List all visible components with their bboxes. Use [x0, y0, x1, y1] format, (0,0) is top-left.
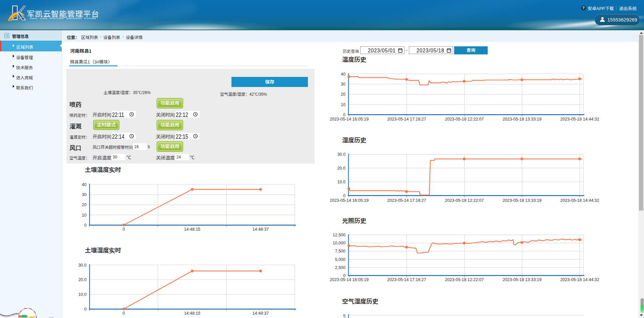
svg-text:5,000: 5,000 — [335, 257, 345, 262]
svg-text:2023-05-18 13:33:19: 2023-05-18 13:33:19 — [502, 198, 541, 203]
svg-text:2023-05-18 14:44:32: 2023-05-18 14:44:32 — [560, 117, 599, 122]
svg-text:0: 0 — [123, 311, 125, 316]
svg-text:10.0: 10.0 — [337, 180, 345, 184]
svg-text:20.0: 20.0 — [78, 277, 87, 282]
svg-text:7,500: 7,500 — [335, 249, 345, 254]
svg-text:20.0: 20.0 — [337, 166, 345, 171]
svg-text:2023-05-14 17:16:27: 2023-05-14 17:16:27 — [387, 117, 426, 122]
svg-text:2023-05-18 12:22:07: 2023-05-18 12:22:07 — [445, 277, 484, 282]
svg-text:2023-05-18 13:33:19: 2023-05-18 13:33:19 — [502, 117, 541, 122]
svg-text:0: 0 — [84, 307, 87, 312]
svg-text:40: 40 — [341, 72, 345, 77]
svg-text:14:48:37: 14:48:37 — [253, 311, 269, 316]
svg-text:40: 40 — [82, 182, 87, 187]
svg-text:10: 10 — [82, 213, 87, 218]
svg-text:2023-05-18 12:22:07: 2023-05-18 12:22:07 — [445, 198, 484, 203]
svg-text:5: 5 — [343, 314, 345, 318]
svg-text:30: 30 — [82, 192, 87, 197]
svg-text:2023-05-18 12:22:07: 2023-05-18 12:22:07 — [445, 117, 484, 122]
svg-text:2,500: 2,500 — [335, 265, 345, 270]
svg-text:0: 0 — [343, 193, 345, 198]
svg-text:30.0: 30.0 — [337, 152, 345, 157]
svg-text:14:48:15: 14:48:15 — [184, 227, 201, 232]
svg-text:2023-05-14 17:16:27: 2023-05-14 17:16:27 — [387, 277, 426, 282]
svg-text:0: 0 — [84, 223, 87, 228]
svg-text:10.0: 10.0 — [78, 292, 87, 297]
svg-text:10,000: 10,000 — [333, 241, 345, 245]
svg-text:2023-05-18 14:44:32: 2023-05-18 14:44:32 — [560, 198, 599, 203]
svg-text:2023-05-18 14:44:32: 2023-05-18 14:44:32 — [560, 277, 599, 282]
svg-text:14:48:37: 14:48:37 — [253, 227, 269, 232]
svg-text:2023-05-14 16:05:19: 2023-05-14 16:05:19 — [330, 198, 369, 203]
svg-text:2023-05-14 16:05:19: 2023-05-14 16:05:19 — [330, 117, 369, 122]
svg-text:14:48:15: 14:48:15 — [184, 311, 201, 316]
svg-text:0: 0 — [123, 227, 125, 232]
svg-text:30.0: 30.0 — [78, 263, 87, 268]
svg-text:10: 10 — [341, 102, 345, 107]
svg-text:12,500: 12,500 — [333, 233, 345, 237]
svg-text:2023-05-14 16:05:19: 2023-05-14 16:05:19 — [330, 277, 369, 282]
svg-text:2023-05-14 17:16:27: 2023-05-14 17:16:27 — [387, 198, 426, 203]
svg-text:2023-05-18 13:33:19: 2023-05-18 13:33:19 — [502, 277, 541, 282]
svg-text:20: 20 — [341, 92, 345, 97]
svg-text:20: 20 — [82, 202, 87, 207]
svg-text:30: 30 — [341, 82, 345, 87]
